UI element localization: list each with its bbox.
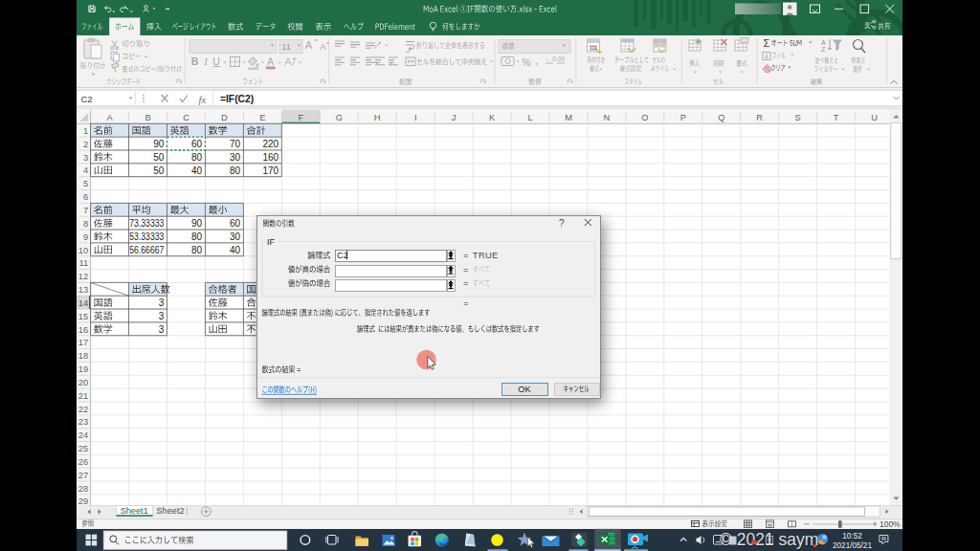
svg-text:O: O: [641, 113, 648, 122]
svg-text:4: 4: [83, 165, 88, 175]
svg-text:23: 23: [78, 417, 88, 427]
svg-text:22: 22: [78, 405, 88, 414]
svg-text:18: 18: [78, 351, 88, 361]
svg-text:B: B: [145, 113, 150, 122]
svg-text:3: 3: [159, 311, 165, 321]
svg-text:T: T: [834, 113, 839, 122]
svg-text:P: P: [680, 113, 686, 122]
svg-text:16: 16: [78, 325, 88, 335]
svg-text:7: 7: [83, 206, 88, 215]
svg-text:Q: Q: [718, 113, 724, 122]
svg-text:19: 19: [78, 364, 88, 374]
svg-text:40: 40: [230, 245, 241, 255]
svg-text:13: 13: [78, 285, 88, 295]
svg-text:N: N: [604, 113, 611, 122]
svg-text:5: 5: [83, 179, 88, 188]
svg-text:G: G: [336, 113, 343, 122]
svg-text:R: R: [756, 113, 763, 122]
svg-text:21: 21: [78, 391, 88, 401]
svg-text:90: 90: [153, 139, 165, 149]
svg-text:C: C: [183, 113, 189, 122]
svg-text:3: 3: [159, 324, 165, 335]
svg-text:50: 50: [153, 165, 165, 176]
svg-text:26: 26: [78, 457, 88, 467]
svg-text:I: I: [414, 113, 417, 122]
svg-text:1: 1: [83, 126, 88, 136]
svg-text:8: 8: [83, 219, 88, 229]
svg-text:53.33333: 53.33333: [129, 231, 164, 242]
svg-text:25: 25: [78, 444, 88, 453]
svg-text:9: 9: [83, 232, 88, 242]
svg-text:170: 170: [263, 165, 279, 176]
svg-text:40: 40: [191, 165, 203, 176]
svg-text:3: 3: [159, 298, 165, 308]
svg-text:17: 17: [78, 338, 88, 347]
svg-text:29: 29: [78, 496, 88, 506]
svg-text:24: 24: [78, 430, 88, 440]
svg-text:U: U: [871, 113, 878, 122]
svg-text:90: 90: [191, 218, 203, 229]
svg-text:220: 220: [263, 139, 279, 149]
svg-text:30: 30: [230, 152, 241, 163]
svg-text:D: D: [221, 113, 228, 122]
svg-text:12: 12: [78, 272, 88, 281]
svg-text:73.33333: 73.33333: [129, 218, 164, 229]
svg-text:11: 11: [79, 258, 89, 268]
svg-text:K: K: [489, 113, 496, 122]
svg-text:A: A: [106, 113, 113, 122]
svg-text:70: 70: [230, 139, 241, 149]
svg-text:20: 20: [78, 378, 88, 387]
svg-text:F: F: [298, 113, 303, 122]
svg-text:60: 60: [191, 139, 203, 149]
svg-text:10: 10: [78, 246, 88, 255]
svg-text:28: 28: [78, 484, 88, 494]
svg-text:160: 160: [263, 152, 279, 163]
svg-text:56.66667: 56.66667: [129, 245, 164, 255]
svg-text:S: S: [795, 113, 801, 122]
svg-text:6: 6: [83, 192, 88, 202]
svg-text:J: J: [452, 113, 457, 122]
svg-text:80: 80: [230, 165, 241, 176]
svg-text:3: 3: [83, 153, 88, 163]
svg-text:2: 2: [83, 140, 88, 149]
svg-text:80: 80: [191, 245, 203, 255]
svg-text:30: 30: [230, 231, 241, 242]
svg-text:15: 15: [78, 312, 88, 321]
svg-text:E: E: [259, 113, 265, 122]
svg-text:14: 14: [78, 298, 88, 308]
svg-text:M: M: [565, 113, 572, 122]
svg-text:80: 80: [191, 152, 203, 163]
svg-text:50: 50: [153, 152, 165, 163]
svg-text:H: H: [374, 113, 381, 122]
svg-text:L: L: [527, 113, 532, 122]
svg-text:80: 80: [191, 231, 203, 242]
svg-text:60: 60: [230, 218, 241, 229]
svg-text:27: 27: [78, 471, 88, 480]
